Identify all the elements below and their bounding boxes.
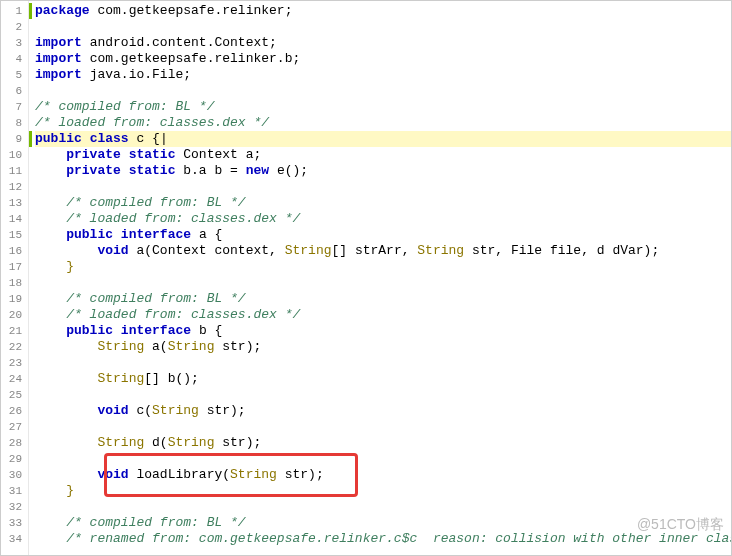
code-line[interactable]: } bbox=[35, 483, 731, 499]
line-number: 34 bbox=[5, 531, 22, 547]
line-number: 18 bbox=[5, 275, 22, 291]
line-number: 20 bbox=[5, 307, 22, 323]
code-line[interactable]: /* compiled from: BL */ bbox=[35, 195, 731, 211]
code-line[interactable]: /* loaded from: classes.dex */ bbox=[35, 115, 731, 131]
code-line[interactable] bbox=[35, 419, 731, 435]
line-number: 33 bbox=[5, 515, 22, 531]
code-line[interactable]: String[] b(); bbox=[35, 371, 731, 387]
line-number: 23 bbox=[5, 355, 22, 371]
line-number: 4 bbox=[5, 51, 22, 67]
code-line[interactable] bbox=[35, 451, 731, 467]
code-line[interactable]: /* compiled from: BL */ bbox=[35, 99, 731, 115]
code-line[interactable]: String d(String str); bbox=[35, 435, 731, 451]
code-line[interactable]: /* loaded from: classes.dex */ bbox=[35, 307, 731, 323]
code-line[interactable] bbox=[35, 179, 731, 195]
code-line[interactable] bbox=[35, 19, 731, 35]
line-number: 28 bbox=[5, 435, 22, 451]
code-line[interactable]: package com.getkeepsafe.relinker; bbox=[35, 3, 731, 19]
code-line[interactable]: String a(String str); bbox=[35, 339, 731, 355]
code-line[interactable] bbox=[35, 387, 731, 403]
line-number: 24 bbox=[5, 371, 22, 387]
line-number: 12 bbox=[5, 179, 22, 195]
code-line[interactable]: void loadLibrary(String str); bbox=[35, 467, 731, 483]
line-number: 2 bbox=[5, 19, 22, 35]
line-number: 29 bbox=[5, 451, 22, 467]
code-line[interactable]: public interface b { bbox=[35, 323, 731, 339]
line-number: 32 bbox=[5, 499, 22, 515]
line-number: 19 bbox=[5, 291, 22, 307]
line-number: 10 bbox=[5, 147, 22, 163]
code-line[interactable]: /* renamed from: com.getkeepsafe.relinke… bbox=[35, 531, 731, 547]
code-line[interactable] bbox=[35, 355, 731, 371]
line-number: 3 bbox=[5, 35, 22, 51]
line-number: 11 bbox=[5, 163, 22, 179]
line-number: 22 bbox=[5, 339, 22, 355]
code-line[interactable]: void a(Context context, String[] strArr,… bbox=[35, 243, 731, 259]
code-editor[interactable]: 1234567891011121314151617181920212223242… bbox=[0, 0, 732, 556]
line-number: 26 bbox=[5, 403, 22, 419]
line-number: 16 bbox=[5, 243, 22, 259]
line-number: 30 bbox=[5, 467, 22, 483]
line-number: 31 bbox=[5, 483, 22, 499]
code-area[interactable]: package com.getkeepsafe.relinker;import … bbox=[29, 1, 731, 555]
code-line[interactable]: import com.getkeepsafe.relinker.b; bbox=[35, 51, 731, 67]
line-number: 7 bbox=[5, 99, 22, 115]
line-number: 25 bbox=[5, 387, 22, 403]
line-number: 15 bbox=[5, 227, 22, 243]
code-line[interactable]: import android.content.Context; bbox=[35, 35, 731, 51]
line-number: 21 bbox=[5, 323, 22, 339]
line-number: 6 bbox=[5, 83, 22, 99]
code-line[interactable]: } bbox=[35, 259, 731, 275]
code-line[interactable] bbox=[35, 83, 731, 99]
gutter: 1234567891011121314151617181920212223242… bbox=[1, 1, 29, 555]
code-line[interactable]: /* loaded from: classes.dex */ bbox=[35, 211, 731, 227]
line-number: 14 bbox=[5, 211, 22, 227]
code-line[interactable]: void c(String str); bbox=[35, 403, 731, 419]
code-line[interactable]: public interface a { bbox=[35, 227, 731, 243]
line-number: 5 bbox=[5, 67, 22, 83]
line-number: 8 bbox=[5, 115, 22, 131]
code-line[interactable] bbox=[35, 499, 731, 515]
code-line[interactable]: private static Context a; bbox=[35, 147, 731, 163]
code-line[interactable]: public class c {| bbox=[35, 131, 731, 147]
line-number: 13 bbox=[5, 195, 22, 211]
line-number: 17 bbox=[5, 259, 22, 275]
line-number: 27 bbox=[5, 419, 22, 435]
line-number: 1 bbox=[5, 3, 22, 19]
line-number: 9 bbox=[5, 131, 22, 147]
code-line[interactable]: private static b.a b = new e(); bbox=[35, 163, 731, 179]
code-line[interactable]: import java.io.File; bbox=[35, 67, 731, 83]
code-line[interactable]: /* compiled from: BL */ bbox=[35, 291, 731, 307]
code-line[interactable] bbox=[35, 275, 731, 291]
code-line[interactable]: /* compiled from: BL */ bbox=[35, 515, 731, 531]
